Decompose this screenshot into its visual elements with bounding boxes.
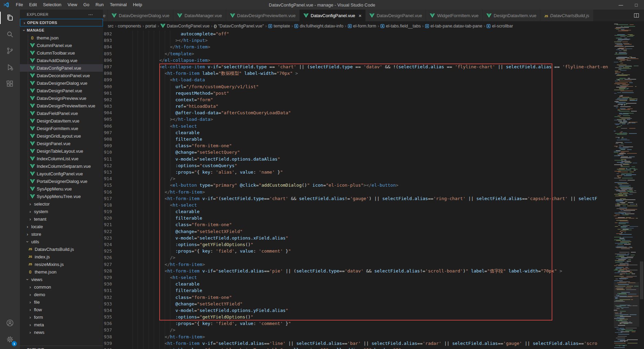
tree-item-PortalDesignerDialog.vue[interactable]: PortalDesignerDialog.vue [20, 177, 103, 185]
code-editor[interactable]: 892 autocomplete="off"893 ></ht-input>89… [103, 31, 614, 349]
line-number[interactable]: 903 [103, 103, 112, 109]
code-line-924[interactable]: 924 :options="getYFieldOptions()" [103, 241, 614, 248]
code-line-922[interactable]: 922 @change="setSelectXField" [103, 228, 614, 235]
code-line-910[interactable]: 910 @change="setSelectQuery" [103, 149, 614, 155]
menu-file[interactable]: File [13, 0, 26, 10]
tree-item-utils[interactable]: ›utils [20, 238, 103, 245]
tree-item-store[interactable]: ›store [20, 230, 103, 238]
code-line-928[interactable]: 928 <ht-form-item v-if="selectField.alia… [103, 268, 614, 274]
minimize-button[interactable]: — [613, 0, 629, 10]
line-number[interactable]: 904 [103, 109, 112, 116]
code-line-907[interactable]: 907 clearable [103, 129, 614, 136]
code-line-897[interactable]: 897 <el-collapse-item v-if="selectField.… [103, 63, 614, 70]
code-line-896[interactable]: 896 </el-collapse-item> [103, 57, 614, 63]
line-number[interactable]: 921 [103, 221, 112, 228]
tree-item-flow[interactable]: ›flow [20, 306, 103, 313]
line-number[interactable]: 901 [103, 90, 112, 96]
split-editor-icon[interactable] [634, 13, 639, 18]
tree-item-meta[interactable]: ›meta [20, 321, 103, 328]
code-line-898[interactable]: 898 <ht-form-item label="数据模型" label-wid… [103, 70, 614, 77]
tree-item-locale[interactable]: ›locale [20, 223, 103, 230]
line-number[interactable]: 913 [103, 169, 112, 175]
code-line-934[interactable]: 934 v-model="selectField.options.yField.… [103, 307, 614, 314]
code-line-901[interactable]: 901 requestMethod="post" [103, 90, 614, 96]
menu-go[interactable]: Go [80, 0, 92, 10]
line-number[interactable]: 892 [103, 31, 112, 37]
code-line-937[interactable]: 937 /> [103, 327, 614, 333]
tree-item-DatavConfigPanel.vue[interactable]: DatavConfigPanel.vue [20, 64, 103, 72]
minimap[interactable] [614, 21, 639, 349]
code-line-911[interactable]: 911 v-model="selectField.options.dataAli… [103, 156, 614, 162]
tab-DatavDesignPreviewItem.vue[interactable]: DatavDesignPreviewItem.vue [226, 10, 300, 21]
code-line-912[interactable]: 912 :options="customQuerys" [103, 162, 614, 169]
line-number[interactable]: 932 [103, 294, 112, 301]
line-number[interactable]: 915 [103, 182, 112, 188]
line-number[interactable]: 936 [103, 320, 112, 327]
menu-view[interactable]: View [65, 0, 80, 10]
code-line-926[interactable]: 926 /> [103, 254, 614, 261]
breadcrumb-item[interactable]: el-scrollbar [486, 24, 513, 28]
code-line-917[interactable]: 917 <ht-form-item v-if="(selectField.typ… [103, 195, 614, 202]
code-line-904[interactable]: 904 @after-load-data="afterCustomQueryLo… [103, 109, 614, 116]
tab-WidgetFormItem.vue[interactable]: WidgetFormItem.vue [426, 10, 483, 21]
tab-DatavChartsBuild.js[interactable]: JSDatavChartsBuild.js [540, 10, 593, 21]
tree-item-demo[interactable]: ›demo [20, 291, 103, 298]
breadcrumb-item[interactable]: {}"DatavConfigPanel.vue" [214, 24, 264, 28]
line-number[interactable]: 914 [103, 175, 112, 182]
activity-search[interactable] [0, 26, 20, 43]
tree-item-ColumnToolbar.vue[interactable]: ColumnToolbar.vue [20, 49, 103, 57]
outline-section[interactable]: › OUTLINE [20, 346, 103, 349]
tree-item-theme.json[interactable]: {}theme.json [20, 34, 103, 42]
breadcrumb-item[interactable]: el-tabs.field__tabs [380, 24, 421, 28]
folder-section-manage[interactable]: › MANAGE [20, 26, 103, 34]
activity-extensions[interactable] [0, 75, 20, 92]
line-number[interactable]: 920 [103, 215, 112, 221]
tree-item-DatavChartsBuild.js[interactable]: JSDatavChartsBuild.js [20, 245, 103, 253]
tab-DatavDesignPanel.vue[interactable]: DatavDesignPanel.vue [366, 10, 426, 21]
line-number[interactable]: 910 [103, 149, 112, 155]
activity-run-debug[interactable] [0, 59, 20, 75]
code-line-892[interactable]: 892 autocomplete="off" [103, 31, 614, 37]
code-line-935[interactable]: 935 :options="getYFieldOptions()" [103, 314, 614, 320]
code-line-903[interactable]: 903 ref="htLoadData" [103, 103, 614, 109]
tree-item-file[interactable]: ›file [20, 298, 103, 306]
tree-item-DesignPanel.vue[interactable]: DesignPanel.vue [20, 140, 103, 147]
code-line-909[interactable]: 909 class="form-item-one" [103, 142, 614, 149]
line-number[interactable]: 907 [103, 129, 112, 136]
line-number[interactable]: 905 [103, 116, 112, 123]
line-number[interactable]: 929 [103, 274, 112, 281]
line-number[interactable]: 922 [103, 228, 112, 235]
line-number[interactable]: 899 [103, 77, 112, 83]
code-line-916[interactable]: 916 </ht-form-item> [103, 189, 614, 195]
code-line-908[interactable]: 908 filterable [103, 136, 614, 142]
code-line-939[interactable]: 939 <ht-form-item v-if="selectField.alia… [103, 340, 614, 347]
tree-item-IndexColumnList.vue[interactable]: IndexColumnList.vue [20, 155, 103, 162]
line-number[interactable]: 906 [103, 123, 112, 129]
code-line-918[interactable]: 918 <ht-select [103, 202, 614, 208]
menu-edit[interactable]: Edit [26, 0, 40, 10]
line-number[interactable]: 924 [103, 241, 112, 248]
line-number[interactable]: 912 [103, 162, 112, 169]
breadcrumb-item[interactable]: DatavConfigPanel.vue [160, 24, 209, 28]
tree-item-system[interactable]: ›system [20, 208, 103, 215]
line-number[interactable]: 923 [103, 235, 112, 241]
line-number[interactable]: 894 [103, 44, 112, 50]
tree-item-DatavDesignPanel.vue[interactable]: DatavDesignPanel.vue [20, 87, 103, 94]
breadcrumb-item[interactable]: el-tab-pane.datav-tab-pane [425, 24, 482, 28]
menu-help[interactable]: Help [130, 0, 145, 10]
line-number[interactable]: 917 [103, 195, 112, 202]
tree-item-index.js[interactable]: JSindex.js [20, 253, 103, 260]
code-line-914[interactable]: 914 /> [103, 175, 614, 182]
close-icon[interactable]: × [358, 13, 361, 18]
open-editors-section[interactable]: › OPEN EDITORS [20, 19, 103, 26]
line-number[interactable]: 909 [103, 142, 112, 149]
line-number[interactable]: 898 [103, 70, 112, 77]
code-line-893[interactable]: 893 ></ht-input> [103, 37, 614, 44]
line-number[interactable]: 934 [103, 307, 112, 314]
line-number[interactable]: 938 [103, 334, 112, 340]
tree-item-LayoutConfigPanel.vue[interactable]: LayoutConfigPanel.vue [20, 170, 103, 177]
code-line-931[interactable]: 931 filterable [103, 287, 614, 294]
line-number[interactable]: 926 [103, 254, 112, 261]
line-number[interactable]: 895 [103, 50, 112, 57]
code-line-900[interactable]: 900 url="/form/customQuery/v1/list" [103, 83, 614, 90]
